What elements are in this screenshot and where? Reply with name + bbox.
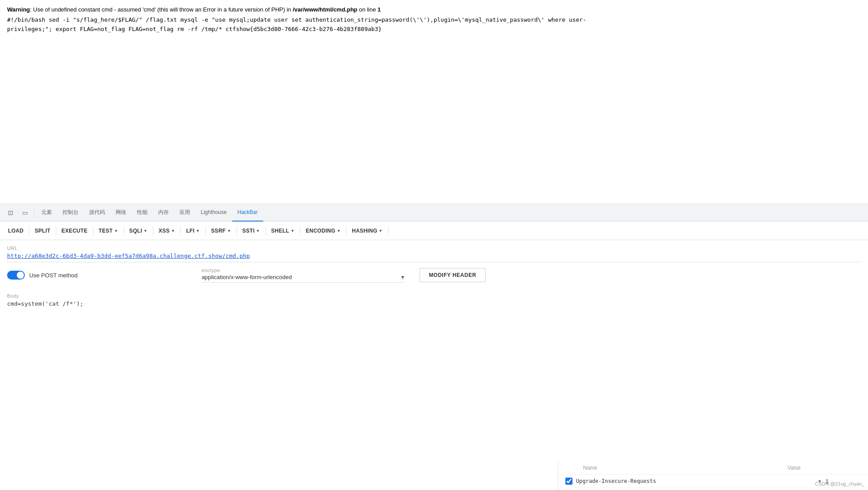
- sep7: [205, 226, 206, 235]
- warning-path: /var/www/html/cmd.php: [293, 6, 358, 13]
- post-row: Use POST method enctype application/x-ww…: [0, 262, 868, 288]
- tab-memory[interactable]: 内存: [153, 204, 174, 222]
- test-button[interactable]: TEST ▼: [94, 224, 123, 238]
- shell-button[interactable]: SHELL ▼: [267, 224, 299, 238]
- sep2: [56, 226, 56, 235]
- sep8: [237, 226, 237, 235]
- tab-separator: [34, 208, 34, 217]
- hashing-button[interactable]: HASHING ▼: [347, 224, 387, 238]
- body-label: Body: [7, 293, 861, 299]
- hashing-dropdown-arrow: ▼: [379, 229, 383, 233]
- enctype-value: application/x-www-form-urlencoded: [202, 274, 400, 280]
- enctype-select-row: application/x-www-form-urlencoded ▼: [202, 274, 405, 283]
- tab-network[interactable]: 网络: [110, 204, 132, 222]
- inspect-icon[interactable]: ⊡: [4, 206, 18, 220]
- warning-text: Warning: Use of undefined constant cmd -…: [7, 5, 861, 15]
- header-columns-row: Name Value: [558, 461, 868, 475]
- header-value-col: Value: [787, 465, 801, 471]
- enctype-container: enctype application/x-www-form-urlencode…: [202, 268, 405, 283]
- enctype-label: enctype: [202, 268, 405, 273]
- sqli-button[interactable]: SQLI ▼: [125, 224, 152, 238]
- header-checkbox-0[interactable]: [565, 478, 572, 485]
- watermark: CSDN @21og_chyan_: [815, 481, 864, 486]
- encoding-button[interactable]: ENCODING ▼: [301, 224, 345, 238]
- tab-application[interactable]: 应用: [174, 204, 195, 222]
- sep6: [180, 226, 181, 235]
- sep5: [153, 226, 153, 235]
- sep11: [346, 226, 346, 235]
- sep3: [93, 226, 93, 235]
- ssrf-button[interactable]: SSRF ▼: [206, 224, 235, 238]
- ssti-button[interactable]: SSTI ▼: [238, 224, 265, 238]
- sqli-dropdown-arrow: ▼: [144, 229, 148, 233]
- hackbar-toolbar: LOAD SPLIT EXECUTE TEST ▼ SQLI ▼ XSS ▼ L…: [0, 222, 868, 240]
- tab-performance[interactable]: 性能: [132, 204, 153, 222]
- url-section: URL http://a68e3d2c-6bd3-4da9-b3dd-eef5a…: [0, 240, 868, 262]
- post-method-toggle-container: Use POST method: [7, 271, 78, 280]
- enctype-dropdown-arrow[interactable]: ▼: [400, 274, 405, 280]
- sep10: [300, 226, 300, 235]
- execute-button[interactable]: EXECUTE: [57, 224, 92, 238]
- header-name-0: Upgrade-Insecure-Requests: [576, 478, 814, 484]
- tab-elements[interactable]: 元素: [36, 204, 57, 222]
- tab-lighthouse[interactable]: Lighthouse: [195, 204, 232, 222]
- sep12: [388, 226, 389, 235]
- code-line-2: privileges;"; export FLAG=not_flag FLAG=…: [7, 25, 861, 34]
- tab-console[interactable]: 控制台: [57, 204, 84, 222]
- xss-button[interactable]: XSS ▼: [154, 224, 179, 238]
- ssrf-dropdown-arrow: ▼: [227, 229, 231, 233]
- page-output: Warning: Use of undefined constant cmd -…: [0, 0, 868, 204]
- device-icon[interactable]: ▭: [18, 206, 32, 220]
- lfi-button[interactable]: LFI ▼: [182, 224, 204, 238]
- test-dropdown-arrow: ▼: [114, 229, 118, 233]
- warning-label: Warning: [7, 6, 30, 13]
- devtools-tabbar: ⊡ ▭ 元素 控制台 源代码 网络 性能 内存 应用 Lighthouse Ha…: [0, 204, 868, 222]
- encoding-dropdown-arrow: ▼: [337, 229, 341, 233]
- warning-line: 1: [378, 6, 381, 13]
- sep4: [124, 226, 124, 235]
- code-line-1: #!/bin/bash sed -i "s/flag_here/$FLAG/" …: [7, 16, 861, 25]
- split-button[interactable]: SPLIT: [30, 224, 55, 238]
- ssti-dropdown-arrow: ▼: [256, 229, 260, 233]
- modify-header-button[interactable]: MODIFY HEADER: [420, 268, 486, 282]
- url-value[interactable]: http://a68e3d2c-6bd3-4da9-b3dd-eef5a7d6a…: [7, 253, 861, 262]
- sep1: [29, 226, 29, 235]
- load-button[interactable]: LOAD: [4, 224, 28, 238]
- lfi-dropdown-arrow: ▼: [196, 229, 200, 233]
- xss-dropdown-arrow: ▼: [171, 229, 175, 233]
- hackbar-panel: LOAD SPLIT EXECUTE TEST ▼ SQLI ▼ XSS ▼ L…: [0, 222, 868, 490]
- post-method-label: Use POST method: [29, 272, 78, 279]
- post-method-toggle[interactable]: [7, 271, 25, 280]
- header-name-col: Name: [583, 465, 636, 471]
- shell-dropdown-arrow: ▼: [291, 229, 295, 233]
- header-row-1: User-Agent ▼ Mozilla/5.0 (Window: [558, 488, 868, 490]
- tab-hackbar[interactable]: HackBar: [232, 204, 263, 222]
- body-value[interactable]: cmd=system('cat /f*');: [7, 300, 861, 307]
- body-section: Body cmd=system('cat /f*');: [0, 288, 868, 312]
- warning-message: : Use of undefined constant cmd - assume…: [30, 6, 293, 13]
- tab-sources[interactable]: 源代码: [84, 204, 110, 222]
- url-label: URL: [7, 245, 861, 251]
- code-output: #!/bin/bash sed -i "s/flag_here/$FLAG/" …: [7, 16, 861, 34]
- warning-suffix: on line: [358, 6, 378, 13]
- sep9: [265, 226, 266, 235]
